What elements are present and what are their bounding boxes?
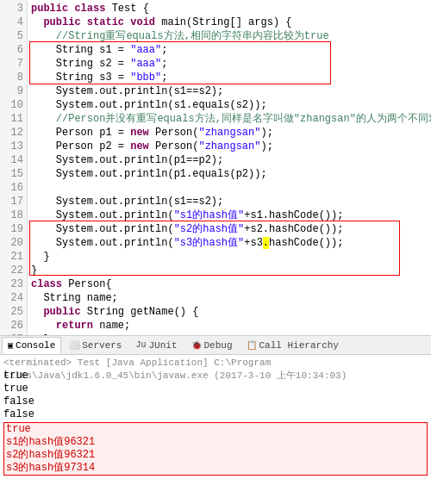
line-numbers: 3 4 5 6 7 8 9 10 11 12 13 14 15 16 17 18…: [0, 0, 28, 335]
code-line-21: }: [31, 250, 428, 264]
code-editor: 3 4 5 6 7 8 9 10 11 12 13 14 15 16 17 18…: [0, 0, 431, 336]
terminated-line: <terminated> Test [Java Application] C:\…: [3, 357, 428, 370]
console-output: <terminated> Test [Java Application] C:\…: [0, 355, 431, 504]
code-line-25: public String getName() {: [31, 305, 428, 319]
code-line-3: public class Test {: [31, 2, 428, 16]
tab-console[interactable]: ▣ Console: [2, 337, 61, 354]
code-line-17: System.out.println(s1==s2);: [31, 195, 428, 208]
tab-call-hierarchy[interactable]: 📋 Call Hierarchy: [240, 337, 345, 354]
code-line-18: System.out.println("s1的hash值"+s1.hashCod…: [31, 208, 428, 222]
tab-servers-label: Servers: [82, 340, 122, 351]
code-line-13: Person p2 = new Person("zhangsan");: [31, 140, 428, 153]
code-line-15: System.out.println(p1.equals(p2));: [31, 167, 428, 181]
debug-icon: 🐞: [191, 340, 202, 351]
code-line-11: //Person并没有重写equals方法,同样是名字叫做"zhangsan"的…: [31, 112, 428, 126]
tab-junit-label: JUnit: [148, 340, 177, 351]
code-line-16: [31, 181, 428, 195]
output-highlighted-3: s2的hash值96321: [4, 449, 427, 462]
code-line-8: String s3 = "bbb";: [31, 71, 428, 84]
code-line-27: }: [31, 333, 428, 335]
code-line-22: }: [31, 264, 428, 277]
code-line-7: String s2 = "aaa";: [31, 57, 428, 71]
code-content: public class Test { public static void m…: [28, 0, 431, 335]
tab-servers[interactable]: ⬜ Servers: [63, 337, 128, 354]
code-line-6: String s1 = "aaa";: [31, 43, 428, 57]
tab-junit[interactable]: Ju JUnit: [129, 337, 183, 354]
code-line-12: Person p1 = new Person("zhangsan");: [31, 126, 428, 140]
bottom-panel: ▣ Console ⬜ Servers Ju JUnit 🐞 Debug 📋 C…: [0, 336, 431, 504]
junit-icon: Ju: [135, 340, 146, 350]
output-highlighted-4: s3的hash值97314: [4, 462, 427, 475]
code-line-20: System.out.println("s3的hash值"+s3.hashCod…: [31, 236, 428, 250]
highlighted-output-box: true s1的hash值96321 s2的hash值96321 s3的hash…: [3, 422, 428, 476]
code-line-14: System.out.println(p1==p2);: [31, 153, 428, 167]
code-line-10: System.out.println(s1.equals(s2));: [31, 98, 428, 112]
tab-console-label: Console: [16, 340, 55, 351]
tab-debug-label: Debug: [204, 340, 233, 351]
output-line-2: true: [3, 383, 428, 395]
tab-call-hierarchy-label: Call Hierarchy: [259, 340, 339, 351]
call-hierarchy-icon: 📋: [247, 340, 257, 351]
console-icon: ▣: [8, 340, 13, 351]
code-line-26: return name;: [31, 319, 428, 333]
code-line-23: class Person{: [31, 277, 428, 291]
output-highlighted-1: true: [4, 423, 427, 436]
code-line-4: public static void main(String[] args) {: [31, 16, 428, 29]
output-line-3: false: [3, 395, 428, 408]
code-line-9: System.out.println(s1==s2);: [31, 84, 428, 98]
output-highlighted-2: s1的hash值96321: [4, 436, 427, 449]
tab-debug[interactable]: 🐞 Debug: [185, 337, 239, 354]
code-line-5: //String重写equals方法,相同的字符串内容比较为true: [31, 29, 428, 43]
tab-bar[interactable]: ▣ Console ⬜ Servers Ju JUnit 🐞 Debug 📋 C…: [0, 336, 431, 355]
output-line-4: false: [3, 408, 428, 421]
servers-icon: ⬜: [69, 340, 79, 351]
code-line-19: System.out.println("s2的hash值"+s2.hashCod…: [31, 222, 428, 236]
code-line-24: String name;: [31, 291, 428, 305]
